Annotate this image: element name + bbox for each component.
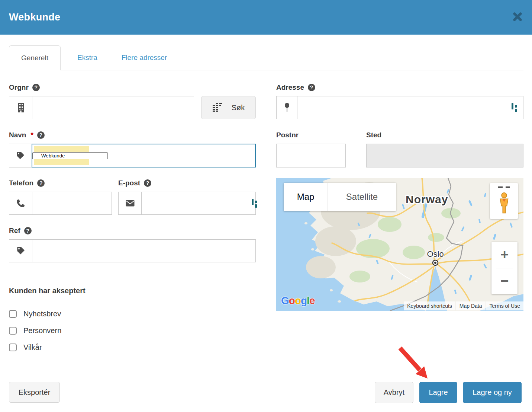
map-data-link[interactable]: Map Data [456, 301, 486, 310]
tab-generelt[interactable]: Generelt [9, 45, 61, 70]
map-type-map-button[interactable]: Map [284, 183, 328, 211]
save-button[interactable]: Lagre [419, 382, 457, 403]
modal-title: Webkunde [9, 12, 60, 23]
map-pin-icon [277, 96, 297, 119]
consent-heading: Kunden har akseptert [9, 287, 86, 295]
map-country-label: Norway [406, 193, 448, 205]
required-asterisk: * [30, 131, 33, 139]
navn-input-group [9, 144, 256, 167]
zoom-out-button[interactable]: − [491, 268, 518, 294]
map-zoom-control: + − [491, 242, 518, 294]
tag-icon [9, 144, 32, 167]
postnr-label: Postnr [276, 130, 299, 140]
export-button[interactable]: Eksportér [9, 382, 60, 403]
pegman-icon[interactable] [497, 191, 511, 216]
map-attribution: Keyboard shortcuts Map Data Terms of Use [404, 301, 523, 310]
checkbox-nyhetsbrev[interactable]: Nyhetsbrev [9, 309, 61, 319]
keyboard-shortcuts-link[interactable]: Keyboard shortcuts [404, 301, 455, 310]
tab-ekstra[interactable]: Ekstra [69, 45, 106, 70]
adresse-help-icon[interactable]: ? [308, 84, 315, 91]
webkunde-modal: Webkunde Generelt Ekstra Flere adresser … [0, 0, 532, 412]
adresse-label: Adresse ? [276, 83, 315, 92]
checkbox-personvern[interactable]: Personvern [9, 326, 61, 335]
navn-label: Navn * ? [9, 130, 45, 140]
save-and-new-button[interactable]: Lagre og ny [463, 382, 522, 403]
building-icon [9, 96, 32, 119]
postnr-input-group [276, 144, 346, 167]
sted-label: Sted [366, 130, 381, 140]
orgnr-input[interactable] [32, 96, 194, 119]
tabbar-divider [9, 70, 523, 70]
checkbox-box[interactable] [9, 327, 17, 335]
street-view-control [490, 183, 518, 219]
register-grid-icon [212, 103, 222, 113]
zoom-in-button[interactable]: + [491, 242, 518, 268]
epost-help-icon[interactable]: ? [144, 179, 151, 187]
phone-icon [9, 192, 32, 214]
ref-input[interactable] [32, 240, 255, 262]
checkbox-box[interactable] [9, 310, 17, 318]
tilt-control-icon[interactable] [498, 183, 510, 191]
checkbox-box[interactable] [9, 344, 17, 351]
map-type-control: Map Satellite [284, 183, 396, 211]
telefon-label: Telefon ? [9, 178, 45, 188]
annotation-arrow-icon [393, 345, 434, 382]
orgnr-label: Orgnr ? [9, 83, 40, 92]
telefon-input-group [9, 192, 112, 215]
google-map[interactable]: Norway Oslo Map Satellite + − Google [276, 178, 523, 311]
cancel-button[interactable]: Avbryt [375, 382, 413, 403]
extension-autofill-icon[interactable] [251, 198, 263, 208]
ref-input-group [9, 239, 256, 262]
extension-autofill-icon[interactable] [510, 102, 523, 113]
map-type-satellite-button[interactable]: Satellite [328, 183, 396, 211]
sted-input [367, 144, 523, 167]
envelope-icon [119, 192, 142, 214]
ref-help-icon[interactable]: ? [24, 227, 32, 234]
checkbox-vilkar[interactable]: Vilkår [9, 342, 42, 352]
orgnr-help-icon[interactable]: ? [32, 84, 40, 91]
ref-label: Ref ? [9, 226, 32, 236]
epost-input[interactable] [142, 192, 251, 214]
epost-label: E-post ? [118, 178, 151, 188]
map-city-label: Oslo [427, 249, 444, 259]
close-icon [512, 11, 523, 22]
orgnr-input-group [9, 96, 194, 119]
terms-of-use-link[interactable]: Terms of Use [486, 301, 523, 310]
navn-input[interactable] [32, 152, 108, 159]
adresse-input[interactable] [297, 96, 510, 119]
google-logo[interactable]: Google [281, 295, 315, 307]
epost-input-group [118, 192, 256, 215]
modal-header: Webkunde [0, 0, 532, 35]
close-button[interactable] [511, 10, 524, 23]
tag-icon [9, 240, 32, 262]
adresse-input-group [276, 96, 523, 119]
sted-input-group [366, 144, 523, 167]
city-marker-icon [433, 260, 438, 265]
tab-flere-adresser[interactable]: Flere adresser [115, 45, 174, 70]
navn-help-icon[interactable]: ? [37, 131, 45, 139]
orgnr-search-button[interactable]: Søk [201, 96, 256, 119]
telefon-help-icon[interactable]: ? [37, 179, 45, 187]
